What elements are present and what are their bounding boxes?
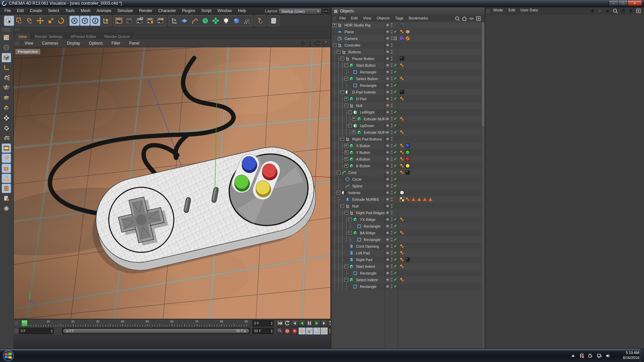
search-icon[interactable] (454, 16, 460, 21)
rectangle-selection-icon[interactable] (14, 16, 24, 26)
start-button[interactable] (3, 350, 14, 361)
editor-visibility-dot-icon[interactable] (391, 77, 392, 78)
visibility-dot-icon[interactable] (386, 205, 389, 207)
phong-tag-icon[interactable] (399, 244, 405, 249)
visibility-dot-icon[interactable] (386, 191, 389, 194)
visibility-dot-icon[interactable] (386, 51, 389, 53)
editor-visibility-dot-icon[interactable] (391, 137, 392, 138)
enabled-check-icon[interactable]: ✔ (394, 284, 397, 289)
enabled-check-icon[interactable]: ✔ (394, 63, 397, 67)
tab-view[interactable]: View (15, 33, 31, 40)
material-black-icon[interactable] (399, 89, 405, 95)
render-visibility-dot-icon[interactable] (391, 253, 392, 255)
tree-row[interactable]: −0Null (331, 102, 485, 109)
enabled-check-icon[interactable]: ✔ (394, 123, 397, 128)
spinner-arrows[interactable] (49, 328, 53, 334)
polygons-mode-icon[interactable] (2, 103, 11, 113)
texture-mode-icon[interactable] (2, 113, 11, 123)
tree-row[interactable]: −0Null (331, 203, 485, 209)
enabled-check-icon[interactable]: ✔ (394, 143, 397, 148)
menu-item-edit[interactable]: Edit (14, 7, 27, 14)
record-parameter-button[interactable]: P (321, 327, 328, 335)
render-picture-viewer-icon[interactable] (135, 16, 145, 26)
menu-item-cameras[interactable]: Cameras (38, 40, 63, 47)
tree-row[interactable]: −Start Button✔ (331, 62, 485, 69)
calculator-icon[interactable]: ? (269, 16, 279, 26)
visibility-dot-icon[interactable] (386, 118, 389, 120)
selection-tag-icon[interactable] (422, 197, 427, 202)
render-visibility-dot-icon[interactable] (391, 66, 392, 67)
menu-item-display[interactable]: Display (62, 40, 84, 47)
protection-tag-icon[interactable] (405, 36, 410, 41)
expand-icon[interactable]: + (333, 23, 336, 27)
tree-row[interactable]: −BA RIdge✔ (331, 230, 485, 236)
render-visibility-dot-icon[interactable] (391, 25, 392, 27)
render-visibility-dot-icon[interactable] (391, 72, 392, 74)
timeline-playhead[interactable] (21, 320, 28, 326)
world-coordinates-icon[interactable] (2, 43, 11, 52)
material-blue-icon[interactable] (405, 143, 410, 148)
render-visibility-dot-icon[interactable] (391, 59, 392, 60)
phong-tag-icon[interactable] (405, 197, 410, 202)
editor-visibility-dot-icon[interactable] (391, 37, 392, 38)
render-visibility-dot-icon[interactable] (391, 86, 392, 87)
tree-row[interactable]: Plane✔ (331, 28, 485, 35)
collapse-icon[interactable]: − (348, 124, 352, 127)
spinner-arrows[interactable] (269, 320, 273, 326)
hierarchy-mode-icon[interactable] (2, 73, 11, 82)
editor-visibility-dot-icon[interactable] (391, 204, 392, 205)
viewport-toggle-layout-icon[interactable] (322, 40, 328, 47)
editor-visibility-dot-icon[interactable] (391, 264, 392, 266)
menu-item-bookmarks[interactable]: Bookmarks (406, 15, 431, 21)
editor-visibility-dot-icon[interactable] (391, 57, 392, 58)
editor-visibility-dot-icon[interactable] (391, 164, 392, 165)
cycle-icon[interactable] (628, 8, 634, 14)
render-visibility-dot-icon[interactable] (391, 274, 392, 275)
editor-visibility-dot-icon[interactable] (391, 30, 392, 31)
menu-item-plugins[interactable]: Plugins (179, 7, 198, 14)
viewport-view-label[interactable]: Perspective (15, 49, 40, 54)
panel-grip[interactable] (15, 28, 19, 31)
render-visibility-dot-icon[interactable] (391, 233, 392, 235)
render-visibility-dot-icon[interactable] (391, 267, 392, 268)
visibility-dot-icon[interactable] (386, 198, 389, 200)
objects-title-bar[interactable]: Objects (331, 7, 485, 16)
render-view-icon[interactable] (114, 16, 124, 26)
enabled-check-icon[interactable]: ✔ (394, 217, 397, 222)
visibility-dot-icon[interactable] (386, 165, 389, 167)
editor-visibility-dot-icon[interactable] (391, 251, 392, 252)
editor-visibility-dot-icon[interactable] (391, 150, 392, 152)
editor-visibility-dot-icon[interactable] (391, 184, 392, 185)
menu-item-render[interactable]: Render (136, 7, 155, 14)
add-panel-icon[interactable] (636, 8, 641, 14)
visibility-dot-icon[interactable] (386, 104, 389, 107)
visibility-dot-icon[interactable] (386, 218, 389, 221)
range-end-spinner[interactable]: 90 F (252, 328, 274, 334)
visibility-dot-icon[interactable] (386, 245, 389, 247)
render-visibility-dot-icon[interactable] (391, 146, 392, 147)
selection-tag-icon[interactable] (417, 197, 422, 202)
render-visibility-dot-icon[interactable] (391, 52, 392, 54)
set-keyframe-button[interactable] (276, 327, 283, 335)
search-icon[interactable] (612, 8, 618, 14)
play-forwards-button[interactable] (313, 320, 320, 327)
phong-tag-icon[interactable] (399, 163, 405, 168)
editor-visibility-dot-icon[interactable] (391, 50, 392, 51)
visibility-dot-icon[interactable] (386, 31, 389, 33)
menu-item-tools[interactable]: Tools (62, 7, 77, 14)
visibility-dot-icon[interactable] (386, 252, 389, 254)
add-panel-icon[interactable] (476, 16, 481, 21)
timeline-range-slider[interactable]: ◀ 0 F 90 F ▶ (62, 328, 250, 334)
editor-visibility-dot-icon[interactable] (391, 70, 392, 71)
visibility-dot-icon[interactable] (386, 111, 389, 113)
tree-row[interactable]: +B Button✔ (331, 163, 485, 169)
material-black-icon[interactable] (405, 170, 410, 175)
visibility-dot-icon[interactable] (386, 171, 389, 174)
expand-icon[interactable]: + (344, 164, 348, 168)
menu-item-edit[interactable]: Edit (348, 15, 361, 21)
tree-row[interactable]: Rectangle✔ (331, 69, 485, 75)
timeline-grip-2[interactable] (14, 329, 18, 333)
tree-row[interactable]: −Select Button✔ (331, 75, 485, 82)
visibility-dot-icon[interactable] (386, 37, 389, 40)
expand-icon[interactable]: + (344, 97, 348, 101)
